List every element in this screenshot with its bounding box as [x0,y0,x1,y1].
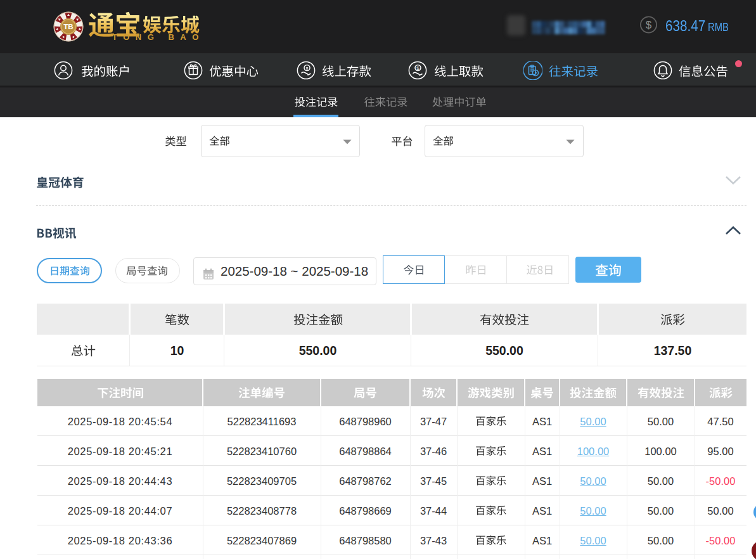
svg-text:$: $ [416,65,420,71]
svg-text:$: $ [646,19,652,31]
svg-text:TB: TB [63,23,73,30]
